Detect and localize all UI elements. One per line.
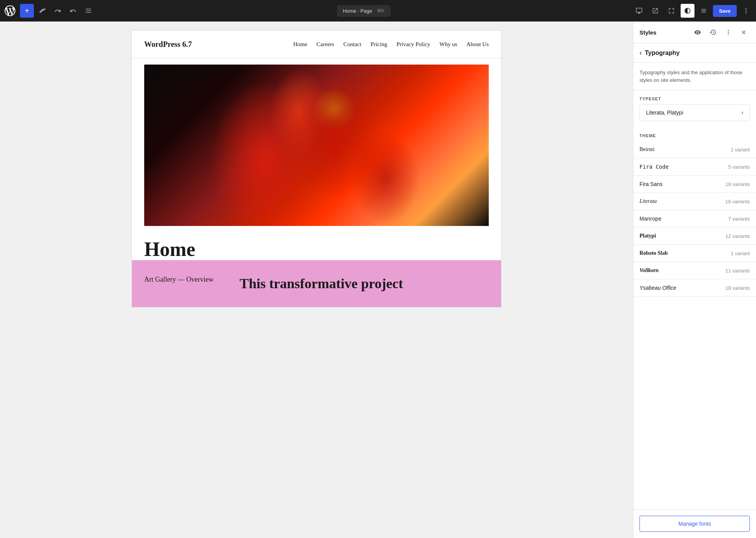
typeset-label: TYPESET (633, 90, 756, 104)
external-link-button[interactable] (648, 4, 662, 18)
svg-point-2 (746, 12, 747, 13)
page-info-text: Home · Page (343, 8, 372, 14)
font-variants: 18 variants (725, 181, 750, 187)
panel-content[interactable]: Typography styles and the application of… (633, 63, 756, 509)
toolbar-center: Home · Page ⌘K (97, 5, 631, 17)
svg-point-1 (746, 10, 747, 12)
font-name: Vollkorn (639, 267, 659, 274)
font-row[interactable]: Beiruti 1 variant (633, 141, 756, 158)
pink-left-text: Art Gallery — Overview (144, 276, 221, 284)
font-name: Manrope (639, 216, 661, 222)
nav-contact[interactable]: Contact (343, 41, 361, 48)
save-button[interactable]: Save (713, 5, 737, 17)
font-row[interactable]: Platypi 12 variants (633, 227, 756, 245)
font-name: Fira Code (639, 164, 669, 170)
desktop-view-button[interactable] (632, 4, 646, 18)
font-name: Roboto Slab (639, 250, 668, 256)
right-panel: Styles ‹ Typography (633, 22, 756, 538)
font-row[interactable]: Vollkorn 11 variants (633, 262, 756, 279)
undo-button[interactable] (51, 4, 65, 18)
pink-section: Art Gallery — Overview This transformati… (132, 260, 501, 307)
panel-header-icons (691, 26, 750, 38)
font-row[interactable]: Literata 16 variants (633, 193, 756, 210)
wp-logo-icon (5, 5, 15, 16)
typography-title: Typography (645, 50, 679, 56)
svg-point-3 (728, 30, 729, 31)
theme-label: THEME (633, 127, 756, 141)
nav-home[interactable]: Home (293, 41, 307, 48)
typeset-chevron-icon: › (741, 109, 743, 116)
pink-right-text: This transformative project (240, 276, 489, 292)
font-variants: 5 variants (728, 164, 750, 170)
font-row[interactable]: Fira Code 5 variants (633, 158, 756, 176)
svg-point-4 (728, 32, 729, 33)
font-variants: 11 variants (725, 268, 750, 274)
font-variants: 1 variant (731, 251, 750, 256)
svg-point-0 (746, 8, 747, 9)
hero-section (132, 65, 501, 226)
manage-fonts-button[interactable]: Manage fonts (639, 516, 750, 532)
back-button[interactable]: ‹ (639, 49, 642, 57)
more-options-button[interactable] (739, 4, 753, 18)
font-variants: 1 variant (731, 147, 750, 153)
panel-more-button[interactable] (722, 26, 734, 38)
typography-header: ‹ Typography (633, 43, 756, 63)
font-variants: 7 variants (728, 216, 750, 222)
font-row[interactable]: Fira Sans 18 variants (633, 176, 756, 193)
font-variants: 18 variants (725, 285, 750, 291)
nav-careers[interactable]: Careers (316, 41, 334, 48)
main-layout: WordPress 6.7 Home Careers Contact Prici… (0, 22, 756, 538)
typography-description: Typography styles and the application of… (633, 63, 756, 90)
site-logo: WordPress 6.7 (144, 40, 192, 49)
font-name: Ysabeau Office (639, 285, 676, 291)
font-variants: 16 variants (725, 199, 750, 204)
wp-logo[interactable] (3, 4, 17, 18)
top-toolbar: + Home · Page ⌘K Save (0, 0, 756, 22)
font-row[interactable]: Manrope 7 variants (633, 210, 756, 227)
font-variants: 12 variants (725, 233, 750, 239)
font-name: Literata (639, 198, 657, 204)
redo-button[interactable] (66, 4, 80, 18)
font-row[interactable]: Roboto Slab 1 variant (633, 245, 756, 262)
contrast-toggle-button[interactable] (681, 4, 694, 18)
font-name: Fira Sans (639, 181, 663, 187)
resize-button[interactable] (664, 4, 678, 18)
page-info[interactable]: Home · Page ⌘K (337, 5, 390, 17)
site-menu: Home Careers Contact Pricing Privacy Pol… (293, 41, 489, 48)
toolbar-right: Save (632, 4, 753, 18)
typeset-value: Literata, Platypi (646, 110, 683, 116)
nav-pricing[interactable]: Pricing (371, 41, 387, 48)
font-list: Beiruti 1 variant Fira Code 5 variants F… (633, 141, 756, 297)
site-frame: WordPress 6.7 Home Careers Contact Prici… (132, 31, 501, 307)
font-name: Beiruti (639, 146, 654, 153)
close-panel-button[interactable] (738, 26, 750, 38)
keyboard-shortcut: ⌘K (377, 8, 385, 13)
font-row[interactable]: Ysabeau Office 18 variants (633, 279, 756, 297)
panel-header: Styles (633, 22, 756, 43)
hero-image (144, 65, 489, 226)
home-heading: Home (144, 238, 489, 260)
edit-mode-button[interactable] (35, 4, 49, 18)
nav-privacy[interactable]: Privacy Policy (396, 41, 430, 48)
nav-about[interactable]: About Us (466, 41, 489, 48)
flower-overlay (144, 65, 489, 226)
list-view-button[interactable] (82, 4, 95, 18)
canvas-area[interactable]: WordPress 6.7 Home Careers Contact Prici… (0, 22, 633, 538)
sidebar-toggle-button[interactable] (697, 4, 711, 18)
nav-why-us[interactable]: Why us (440, 41, 457, 48)
add-block-button[interactable]: + (20, 4, 34, 18)
preview-toggle-button[interactable] (691, 26, 704, 38)
typeset-row[interactable]: Literata, Platypi › (639, 104, 750, 121)
panel-title: Styles (639, 29, 656, 36)
site-nav: WordPress 6.7 Home Careers Contact Prici… (132, 31, 501, 58)
svg-point-5 (728, 33, 729, 35)
manage-fonts-section: Manage fonts (633, 509, 756, 538)
font-name: Platypi (639, 233, 656, 239)
history-button[interactable] (707, 26, 719, 38)
home-heading-section: Home (132, 226, 501, 260)
